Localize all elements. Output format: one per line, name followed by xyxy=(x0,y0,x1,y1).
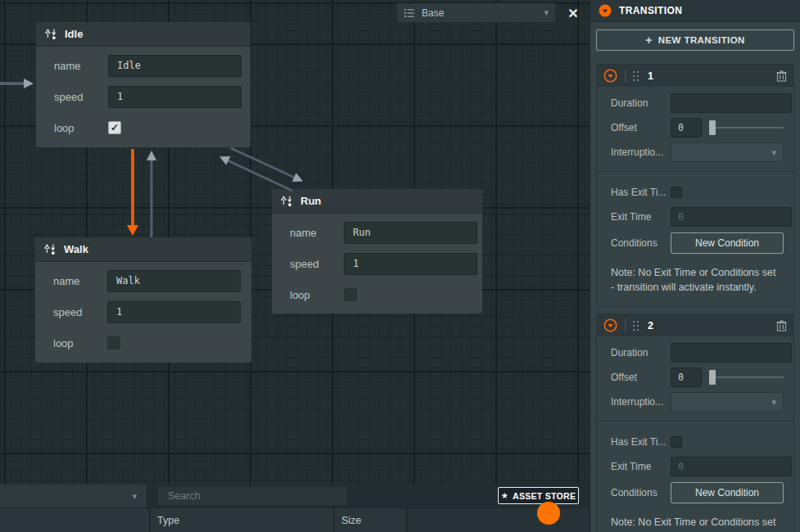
table-col-name[interactable] xyxy=(0,508,149,532)
has-exit-time-checkbox[interactable] xyxy=(671,187,682,198)
wire-idle-to-run[interactable] xyxy=(231,148,295,178)
duration-input[interactable] xyxy=(671,343,792,363)
speed-input[interactable] xyxy=(108,86,242,108)
duration-label: Duration xyxy=(611,97,671,109)
slider-track xyxy=(716,127,784,128)
table-col-size[interactable]: Size xyxy=(333,508,406,532)
transition-note: Note: No Exit Time or Conditions set - t… xyxy=(597,257,793,305)
interruption-source-label: Interruptio... xyxy=(611,396,671,408)
wire-run-to-idle[interactable] xyxy=(228,160,292,191)
exit-time-input[interactable] xyxy=(671,207,792,227)
node-title: Walk xyxy=(64,243,88,255)
slider-handle[interactable] xyxy=(709,370,716,385)
conditions-label: Conditions xyxy=(611,237,671,249)
chevron-down-icon: ▾ xyxy=(132,491,137,502)
assets-filter-dropdown[interactable]: ▾ xyxy=(0,485,147,507)
state-node-walk[interactable]: Walk name speed loop ✓ xyxy=(35,237,251,363)
slider-track xyxy=(716,376,784,378)
speed-label: speed xyxy=(54,91,108,103)
plus-icon: + xyxy=(645,34,653,47)
table-col-extra xyxy=(406,508,590,532)
drag-handle-icon[interactable] xyxy=(633,321,639,331)
transition-item-1: 1 Duration Offset xyxy=(596,64,794,306)
loop-checkbox[interactable]: ✓ xyxy=(108,121,121,134)
trash-icon xyxy=(776,320,787,331)
exit-time-label: Exit Time xyxy=(611,211,671,223)
interruption-source-label: Interruptio... xyxy=(611,147,671,158)
new-condition-button[interactable]: New Condition xyxy=(671,482,784,503)
table-col-type[interactable]: Type xyxy=(149,508,333,532)
assets-bar: ▾ ★ ASSET STORE xyxy=(0,485,590,507)
state-node-run[interactable]: Run name speed loop ✓ xyxy=(272,189,482,313)
new-transition-label: NEW TRANSITION xyxy=(658,35,745,45)
anim-state-icon xyxy=(44,244,56,255)
chevron-down-icon: ▾ xyxy=(544,7,549,18)
transition-item-1-header[interactable]: 1 xyxy=(597,65,793,87)
offset-slider[interactable] xyxy=(709,120,784,135)
has-exit-time-label: Has Exit Ti... xyxy=(611,187,671,198)
asset-store-label: ASSET STORE xyxy=(513,491,576,501)
anim-state-icon xyxy=(281,196,293,207)
state-node-idle[interactable]: Idle name speed loop ✓ xyxy=(36,22,251,147)
duration-label: Duration xyxy=(611,347,671,358)
loop-checkbox[interactable]: ✓ xyxy=(107,336,120,349)
name-input[interactable] xyxy=(344,222,477,244)
node-title: Run xyxy=(301,195,321,207)
chevron-down-icon: ▾ xyxy=(771,147,776,158)
layer-selector-dropdown[interactable]: Base ▾ xyxy=(397,3,555,22)
speed-label: speed xyxy=(53,306,107,318)
delete-transition-button[interactable] xyxy=(776,70,787,82)
name-input[interactable] xyxy=(107,270,241,292)
name-label: name xyxy=(290,227,344,239)
notification-dot[interactable] xyxy=(537,502,560,525)
trash-icon xyxy=(776,70,787,82)
offset-input[interactable] xyxy=(671,367,702,387)
offset-input[interactable] xyxy=(671,118,702,138)
list-icon xyxy=(404,7,415,19)
speed-label: speed xyxy=(290,258,344,270)
divider xyxy=(625,70,626,83)
has-exit-time-label: Has Exit Ti... xyxy=(611,436,671,448)
panel-title: TRANSITION xyxy=(619,5,682,16)
state-graph-canvas[interactable]: Idle name speed loop ✓ xyxy=(0,0,590,532)
assets-table-header: Type Size xyxy=(0,507,590,532)
offset-slider[interactable] xyxy=(709,370,784,385)
slider-handle[interactable] xyxy=(709,120,716,135)
loop-label: loop xyxy=(54,122,108,134)
collapse-icon[interactable] xyxy=(603,318,617,332)
duration-input[interactable] xyxy=(671,93,792,113)
divider xyxy=(625,319,626,332)
name-input[interactable] xyxy=(108,55,242,77)
interruption-source-select[interactable]: ▾ xyxy=(671,392,784,412)
state-node-walk-header[interactable]: Walk xyxy=(35,237,251,262)
exit-time-label: Exit Time xyxy=(611,461,671,472)
transition-item-2-header[interactable]: 2 xyxy=(597,314,793,336)
transition-item-2: 2 Duration Offset xyxy=(596,313,794,532)
loop-checkbox[interactable]: ✓ xyxy=(344,288,357,301)
interruption-source-select[interactable]: ▾ xyxy=(671,142,784,162)
search-input[interactable] xyxy=(158,487,346,505)
drag-handle-icon[interactable] xyxy=(633,71,639,81)
asset-store-button[interactable]: ★ ASSET STORE xyxy=(498,487,579,504)
speed-input[interactable] xyxy=(107,301,241,323)
chevron-down-icon: ▾ xyxy=(771,397,776,408)
exit-time-input[interactable] xyxy=(671,457,792,476)
collapse-icon xyxy=(599,4,612,17)
new-transition-button[interactable]: + NEW TRANSITION xyxy=(596,29,794,51)
delete-transition-button[interactable] xyxy=(776,320,787,331)
state-node-run-header[interactable]: Run xyxy=(272,189,482,214)
transition-note: Note: No Exit Time or Conditions set - t… xyxy=(597,507,793,532)
conditions-label: Conditions xyxy=(611,487,671,498)
speed-input[interactable] xyxy=(344,253,477,275)
layer-selector-value: Base xyxy=(422,7,537,19)
close-button[interactable]: ✕ xyxy=(563,3,583,23)
transition-panel-header[interactable]: TRANSITION xyxy=(590,0,800,22)
assets-search xyxy=(158,487,346,505)
has-exit-time-checkbox[interactable] xyxy=(671,436,682,448)
node-title: Idle xyxy=(65,28,83,40)
close-icon: ✕ xyxy=(567,6,578,21)
collapse-icon[interactable] xyxy=(603,69,617,83)
new-condition-button[interactable]: New Condition xyxy=(671,232,784,254)
divider xyxy=(597,421,793,422)
state-node-idle-header[interactable]: Idle xyxy=(36,22,251,47)
